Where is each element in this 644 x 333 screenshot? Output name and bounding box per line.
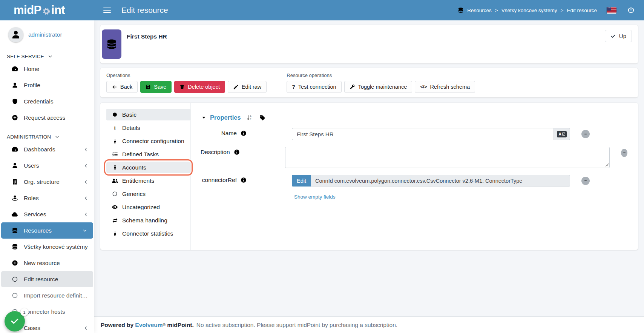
database-icon xyxy=(12,227,18,234)
tab-basic[interactable]: Basic xyxy=(106,109,190,120)
edit-raw-button[interactable]: Edit raw xyxy=(228,81,267,93)
language-button[interactable]: A xyxy=(554,128,570,140)
tab-connector-statistics[interactable]: Connector statistics xyxy=(106,228,190,239)
test-connection-button[interactable]: ? Test connection xyxy=(287,81,341,93)
task-list-icon xyxy=(112,151,118,157)
person-icon xyxy=(112,165,118,171)
sort-icon[interactable] xyxy=(246,114,253,121)
toggle-maintenance-button[interactable]: Toggle maintenance xyxy=(344,81,412,93)
trash-icon xyxy=(179,84,185,89)
save-button[interactable]: Save xyxy=(140,81,172,93)
up-button[interactable]: Up xyxy=(605,30,632,42)
operations-group: Operations Back Save Delete object Edit … xyxy=(106,72,267,97)
operations-label: Operations xyxy=(106,72,267,78)
tab-details[interactable]: i Details xyxy=(106,122,190,134)
arrow-left-icon xyxy=(112,84,117,90)
sidebar-item-org-structure[interactable]: Org. structure xyxy=(0,174,94,190)
wrench-icon xyxy=(350,84,355,90)
chevron-left-icon xyxy=(84,212,88,217)
name-input[interactable] xyxy=(292,128,554,140)
tab-accounts[interactable]: Accounts xyxy=(106,162,190,173)
shield-icon xyxy=(12,98,18,105)
locale-flag-us[interactable] xyxy=(607,7,616,14)
midpoint-logo[interactable]: midPint xyxy=(0,3,94,17)
divider xyxy=(278,72,278,95)
code-icon: </> xyxy=(420,84,427,89)
breadcrumb-separator: > xyxy=(561,8,564,13)
connector-ref-row: connectorRef Edit ConnId com.evolveum.po… xyxy=(201,175,627,187)
chevron-down-icon xyxy=(83,228,87,233)
chevron-down-icon xyxy=(55,134,60,139)
info-icon[interactable] xyxy=(241,130,247,136)
tab-generics[interactable]: Generics xyxy=(106,188,190,200)
database-icon xyxy=(106,39,117,50)
footer: Powered by Evolveum® midPoint. No active… xyxy=(94,316,644,333)
sidebar-item-users[interactable]: Users xyxy=(0,157,94,174)
breadcrumb-separator: > xyxy=(495,8,498,13)
tab-uncategorized[interactable]: Uncategorized xyxy=(106,201,190,213)
remove-connector-button[interactable] xyxy=(581,177,590,185)
sidebar-item-import-resource[interactable]: Import resource definit… xyxy=(0,287,94,304)
sidebar-item-request-access[interactable]: Request access xyxy=(0,109,94,126)
description-row: Description xyxy=(201,147,627,168)
top-navbar: midPint Edit resource Resources > Všetky… xyxy=(0,0,644,20)
name-row: Name A xyxy=(201,128,627,140)
sidebar-item-roles[interactable]: Roles xyxy=(0,190,94,206)
sidebar-item-new-resource[interactable]: New resource xyxy=(0,255,94,271)
logout-power-icon[interactable] xyxy=(627,6,635,14)
info-icon[interactable] xyxy=(234,149,240,155)
section-self-service[interactable]: SELF SERVICE xyxy=(0,45,94,61)
chevron-left-icon xyxy=(84,180,88,184)
sidebar-item-home[interactable]: Home xyxy=(0,61,94,77)
sidebar-item-dashboards[interactable]: Dashboards xyxy=(0,141,94,157)
tab-entitlements[interactable]: Entitlements xyxy=(106,175,190,187)
properties-form: Properties Name A xyxy=(191,103,638,250)
sidebar: administrator SELF SERVICE Home Profile … xyxy=(0,20,94,333)
description-label: Description xyxy=(201,147,230,156)
check-icon xyxy=(10,317,19,326)
back-button[interactable]: Back xyxy=(106,81,138,93)
menu-toggle-icon[interactable] xyxy=(103,8,111,13)
refresh-schema-button[interactable]: </> Refresh schema xyxy=(415,81,475,93)
chevron-left-icon xyxy=(84,196,88,200)
info-icon[interactable] xyxy=(241,177,247,183)
tag-icon[interactable] xyxy=(259,115,265,121)
breadcrumb-resources[interactable]: Resources xyxy=(467,8,492,13)
sidebar-item-resources[interactable]: Resources xyxy=(1,222,93,239)
tab-column: Basic i Details Connector configuration … xyxy=(100,103,191,250)
remove-description-button[interactable] xyxy=(621,149,627,157)
section-administration[interactable]: ADMINISTRATION xyxy=(0,126,94,141)
plug-icon xyxy=(112,231,118,236)
properties-title[interactable]: Properties xyxy=(210,114,241,121)
resource-operations-label: Resource operations xyxy=(287,72,475,78)
question-icon: ? xyxy=(292,84,295,90)
tab-connector-configuration[interactable]: Connector configuration xyxy=(106,135,190,147)
sidebar-item-credentials[interactable]: Credentials xyxy=(0,93,94,109)
minus-icon xyxy=(583,179,588,183)
edit-connector-button[interactable]: Edit xyxy=(292,175,311,187)
gear-icon xyxy=(42,7,51,15)
eye-icon xyxy=(112,204,118,210)
minus-icon xyxy=(622,151,627,155)
caret-down-icon[interactable] xyxy=(201,115,206,120)
delete-object-button[interactable]: Delete object xyxy=(174,81,225,93)
main-content: First Steps HR Up Operations Back Save D… xyxy=(94,20,644,333)
user-icon xyxy=(12,162,18,169)
sidebar-item-edit-resource[interactable]: Edit resource xyxy=(1,271,93,287)
username-link[interactable]: administrator xyxy=(28,31,62,38)
evolveum-link[interactable]: Evolveum xyxy=(135,322,163,328)
tab-defined-tasks[interactable]: Defined Tasks xyxy=(106,148,190,160)
notification-count-badge[interactable]: 1 xyxy=(20,308,28,316)
product-name: midPoint. xyxy=(167,322,194,328)
remove-name-button[interactable] xyxy=(581,130,590,138)
sidebar-item-services[interactable]: Services xyxy=(0,206,94,222)
sidebar-item-profile[interactable]: Profile xyxy=(0,77,94,93)
breadcrumb-all-resources[interactable]: Všetky koncové systémy xyxy=(501,8,557,13)
show-empty-fields-link[interactable]: Show empty fields xyxy=(294,194,336,200)
tab-schema-handling[interactable]: Schema handling xyxy=(106,214,190,226)
sidebar-item-all-resources[interactable]: Všetky koncové systémy xyxy=(0,239,94,255)
name-label: Name xyxy=(201,128,237,137)
description-textarea[interactable] xyxy=(285,147,610,168)
powered-by-text: Powered by xyxy=(101,322,133,328)
circle-icon xyxy=(112,112,118,117)
